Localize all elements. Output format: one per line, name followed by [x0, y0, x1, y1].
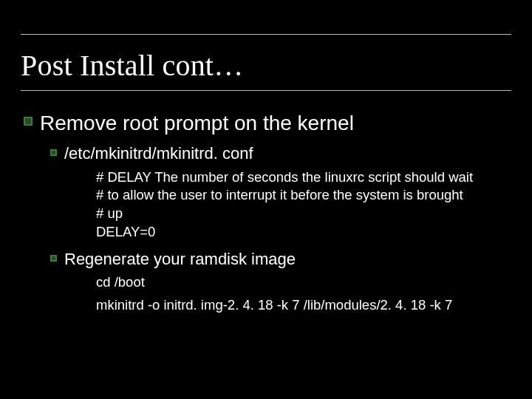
- slide: Post Install cont… Remove root prompt on…: [0, 0, 532, 399]
- bullet-level2-1: /etc/mkinitrd/mkinitrd. conf: [50, 143, 511, 164]
- bullet-level2-2: Regenerate your ramdisk image: [50, 249, 511, 270]
- code-line: # up: [96, 205, 511, 223]
- bullet1-text: Remove root prompt on the kernel: [40, 110, 354, 136]
- code-line: mkinitrd -o initrd. img-2. 4. 18 -k 7 /l…: [96, 296, 511, 316]
- code-block-2: cd /boot mkinitrd -o initrd. img-2. 4. 1…: [96, 273, 511, 316]
- bullet-icon: [50, 149, 57, 156]
- bullet-icon: [50, 255, 57, 262]
- sub1-text: /etc/mkinitrd/mkinitrd. conf: [64, 143, 253, 164]
- code-line: DELAY=0: [96, 223, 511, 242]
- code-block-1: # DELAY The number of seconds the linuxr…: [96, 168, 511, 242]
- bullet-icon: [24, 117, 33, 126]
- slide-title: Post Install cont…: [21, 48, 511, 83]
- bullet-level1: Remove root prompt on the kernel: [24, 110, 511, 136]
- level2-group: /etc/mkinitrd/mkinitrd. conf # DELAY The…: [50, 143, 511, 316]
- code-line: # to allow the user to interrupt it befo…: [96, 186, 511, 205]
- code-line: # DELAY The number of seconds the linuxr…: [96, 168, 511, 187]
- code-line: cd /boot: [96, 273, 511, 293]
- sub2-text: Regenerate your ramdisk image: [64, 249, 296, 270]
- title-area: Post Install cont…: [21, 34, 511, 91]
